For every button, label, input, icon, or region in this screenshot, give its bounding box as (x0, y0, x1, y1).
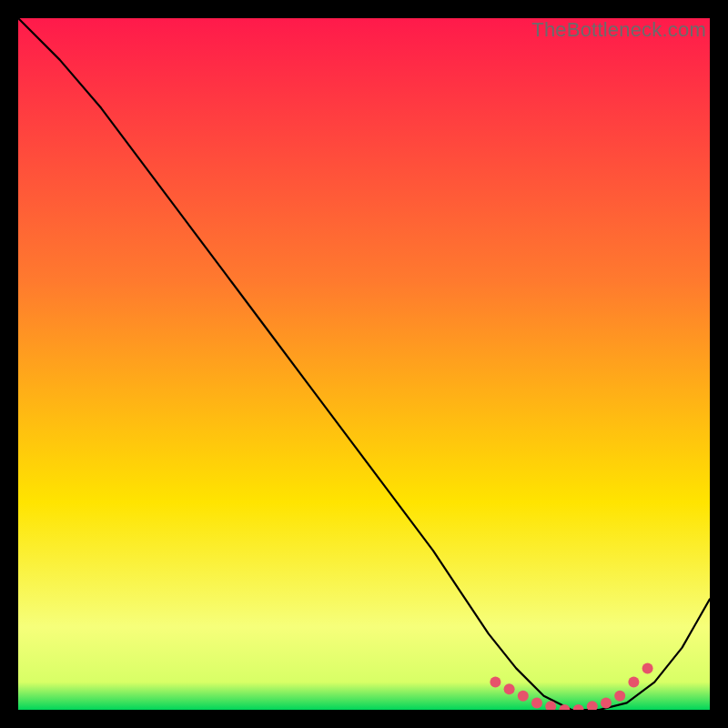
gradient-background (18, 18, 710, 710)
optimal-dot (490, 677, 500, 688)
optimal-dot (504, 683, 515, 694)
chart-frame: TheBottleneck.com (18, 18, 710, 710)
optimal-dot (628, 677, 639, 688)
watermark-text: TheBottleneck.com (531, 18, 706, 42)
optimal-dot (642, 662, 653, 673)
optimal-dot (614, 691, 625, 702)
optimal-dot (601, 697, 612, 708)
bottleneck-chart (18, 18, 710, 710)
optimal-dot (531, 697, 542, 708)
optimal-dot (518, 691, 529, 702)
